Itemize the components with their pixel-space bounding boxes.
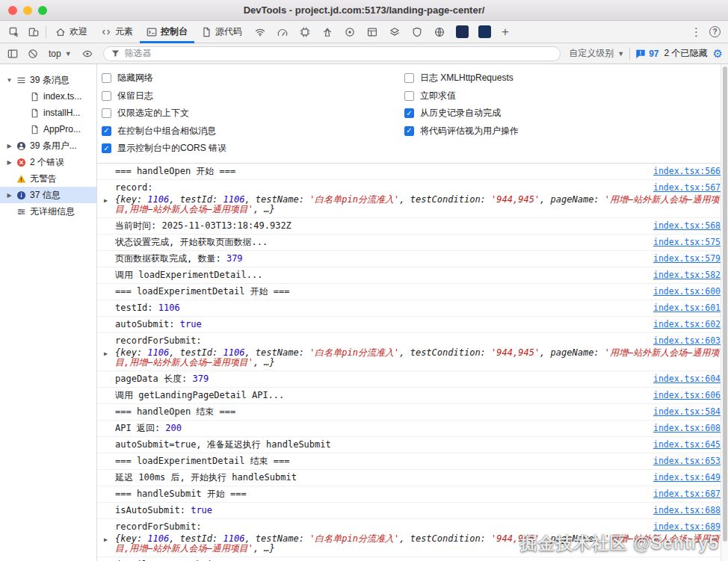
checkbox-unchecked[interactable] bbox=[102, 73, 111, 83]
source-link[interactable]: index.tsx:645 bbox=[653, 439, 721, 450]
sidebar-item-file-install[interactable]: installH... bbox=[0, 105, 96, 121]
filter-funnel-icon bbox=[111, 49, 120, 58]
console-setting-right-0[interactable]: 日志 XMLHttpRequests bbox=[404, 69, 727, 87]
context-selector[interactable]: top ▼ bbox=[46, 47, 75, 61]
checkbox-checked[interactable]: ✓ bbox=[102, 126, 111, 136]
vertical-scrollbar[interactable] bbox=[721, 64, 728, 561]
source-link[interactable]: index.tsx:602 bbox=[653, 319, 721, 330]
source-link[interactable]: index.tsx:567 bbox=[653, 182, 721, 193]
checkbox-checked[interactable]: ✓ bbox=[404, 126, 414, 136]
message-text: === handleOpen 开始 === bbox=[115, 166, 235, 176]
device-toolbar-button[interactable] bbox=[24, 22, 43, 42]
file-icon bbox=[30, 125, 40, 134]
tab-lighthouse[interactable] bbox=[316, 21, 339, 43]
tab-performance[interactable] bbox=[271, 21, 294, 43]
sidebar-item-file-index[interactable]: index.ts... bbox=[0, 88, 96, 105]
filter-input[interactable]: 筛选器 bbox=[103, 46, 561, 61]
expander-closed-icon[interactable]: ▶ bbox=[6, 159, 13, 166]
live-expression-button[interactable] bbox=[80, 46, 95, 61]
tab-network[interactable] bbox=[249, 21, 271, 43]
source-link[interactable]: index.tsx:649 bbox=[653, 472, 721, 483]
source-link[interactable]: index.tsx:687 bbox=[653, 489, 721, 500]
tab-welcome[interactable]: 欢迎 bbox=[49, 21, 94, 43]
expander-closed-icon[interactable]: ▶ bbox=[104, 535, 108, 545]
zoom-window-button[interactable] bbox=[38, 6, 47, 15]
tab-extension-1[interactable] bbox=[451, 21, 473, 43]
minimize-window-button[interactable] bbox=[23, 6, 32, 15]
tab-console[interactable]: 控制台 bbox=[140, 21, 194, 43]
expander-closed-icon[interactable]: ▶ bbox=[6, 143, 13, 149]
checkbox-unchecked[interactable] bbox=[102, 91, 111, 101]
source-link[interactable]: index.tsx:575 bbox=[653, 237, 721, 248]
source-link[interactable]: index.tsx:601 bbox=[653, 303, 721, 314]
checkbox-label: 显示控制台中的CORS 错误 bbox=[117, 142, 226, 155]
console-settings-gear-icon[interactable]: ⚙ bbox=[713, 48, 723, 59]
more-tabs-button[interactable]: + bbox=[496, 22, 515, 42]
source-link[interactable]: index.tsx:608 bbox=[653, 423, 721, 434]
expander-closed-icon[interactable]: ▶ bbox=[104, 349, 108, 359]
log-levels-dropdown[interactable]: 自定义级别 ▼ bbox=[569, 47, 624, 60]
source-link[interactable]: index.tsx:566 bbox=[653, 166, 721, 177]
sidebar-item-file-apppro[interactable]: AppPro... bbox=[0, 121, 96, 137]
source-link[interactable]: index.tsx:606 bbox=[653, 390, 721, 401]
source-link[interactable]: index.tsx:600 bbox=[653, 286, 721, 297]
tab-security[interactable] bbox=[406, 21, 428, 43]
tab-recorder[interactable] bbox=[339, 21, 361, 43]
checkbox-checked[interactable]: ✓ bbox=[102, 143, 111, 153]
source-link[interactable]: index.tsx:604 bbox=[653, 374, 721, 385]
expander-closed-icon[interactable]: ▶ bbox=[104, 196, 108, 206]
source-link[interactable]: index.tsx:603 bbox=[653, 335, 721, 347]
tab-elements[interactable]: 元素 bbox=[94, 21, 140, 43]
source-link[interactable]: index.tsx:689 bbox=[653, 521, 721, 533]
tab-memory[interactable] bbox=[294, 21, 316, 43]
sidebar-item-verbose[interactable]: 无详细信息 bbox=[0, 203, 96, 220]
source-link[interactable]: index.tsx:584 bbox=[653, 406, 721, 418]
inspect-element-button[interactable] bbox=[4, 22, 24, 42]
source-link[interactable]: index.tsx:688 bbox=[653, 505, 721, 516]
console-setting-left-2[interactable]: 仅限选定的上下文 bbox=[102, 105, 404, 123]
tab-media[interactable] bbox=[428, 21, 451, 43]
help-icon[interactable]: ? bbox=[709, 26, 721, 37]
expander-open-icon[interactable]: ▼ bbox=[6, 77, 13, 84]
source-link[interactable]: index.tsx:579 bbox=[653, 253, 721, 264]
checkbox-unchecked[interactable] bbox=[102, 108, 111, 118]
sidebar-item-info[interactable]: ▶37 信息 bbox=[0, 187, 96, 203]
console-setting-right-1[interactable]: 立即求值 bbox=[404, 87, 727, 105]
source-link[interactable]: index.tsx:653 bbox=[653, 456, 721, 467]
expander-closed-icon[interactable]: ▶ bbox=[6, 192, 13, 199]
devtools-tabbar: 欢迎元素控制台源代码 + ⋮ ? bbox=[0, 21, 728, 43]
console-message: index.tsx:602autoSubmit: true bbox=[97, 317, 728, 333]
scrollbar-thumb[interactable] bbox=[723, 66, 727, 542]
console-setting-right-2[interactable]: ✓从历史记录自动完成 bbox=[404, 105, 727, 123]
console-setting-left-1[interactable]: 保留日志 bbox=[102, 87, 404, 105]
issues-counter[interactable]: 97 bbox=[635, 49, 658, 59]
sidebar-item-all-messages[interactable]: ▼39 条消息 bbox=[0, 72, 96, 88]
verbose-icon bbox=[16, 207, 26, 217]
log-levels-label: 自定义级别 bbox=[569, 47, 614, 60]
console-setting-left-0[interactable]: 隐藏网络 bbox=[102, 69, 404, 87]
sidebar-item-user-messages[interactable]: ▶39 条用户... bbox=[0, 137, 96, 154]
console-setting-right-3[interactable]: ✓将代码评估视为用户操作 bbox=[404, 123, 727, 140]
clear-console-button[interactable] bbox=[25, 46, 40, 61]
tab-sources[interactable]: 源代码 bbox=[194, 21, 249, 43]
panel-icon bbox=[7, 49, 18, 59]
console-setting-left-4[interactable]: ✓显示控制台中的CORS 错误 bbox=[102, 140, 404, 158]
source-link[interactable]: index.tsx:582 bbox=[653, 270, 721, 281]
more-options-icon[interactable]: ⋮ bbox=[691, 25, 702, 39]
message-text: === loadExperimentDetail 结束 === bbox=[115, 456, 290, 466]
checkbox-unchecked[interactable] bbox=[404, 91, 414, 101]
close-window-button[interactable] bbox=[8, 6, 17, 15]
tab-label: 控制台 bbox=[161, 25, 188, 38]
sidebar-item-errors[interactable]: ▶2 个错误 bbox=[0, 154, 96, 170]
warning-icon bbox=[16, 174, 26, 184]
tab-extension-2[interactable] bbox=[473, 21, 496, 43]
source-link[interactable]: index.tsx:568 bbox=[653, 220, 721, 232]
checkbox-checked[interactable]: ✓ bbox=[404, 108, 414, 118]
checkbox-unchecked[interactable] bbox=[404, 73, 414, 83]
tab-layers[interactable] bbox=[383, 21, 406, 43]
tab-application[interactable] bbox=[361, 21, 383, 43]
console-setting-left-3[interactable]: ✓在控制台中组合相似消息 bbox=[102, 123, 404, 140]
console-sidebar-toggle-button[interactable] bbox=[5, 46, 20, 61]
sidebar-item-label: 37 信息 bbox=[30, 189, 61, 202]
sidebar-item-warnings[interactable]: 无警告 bbox=[0, 170, 96, 187]
